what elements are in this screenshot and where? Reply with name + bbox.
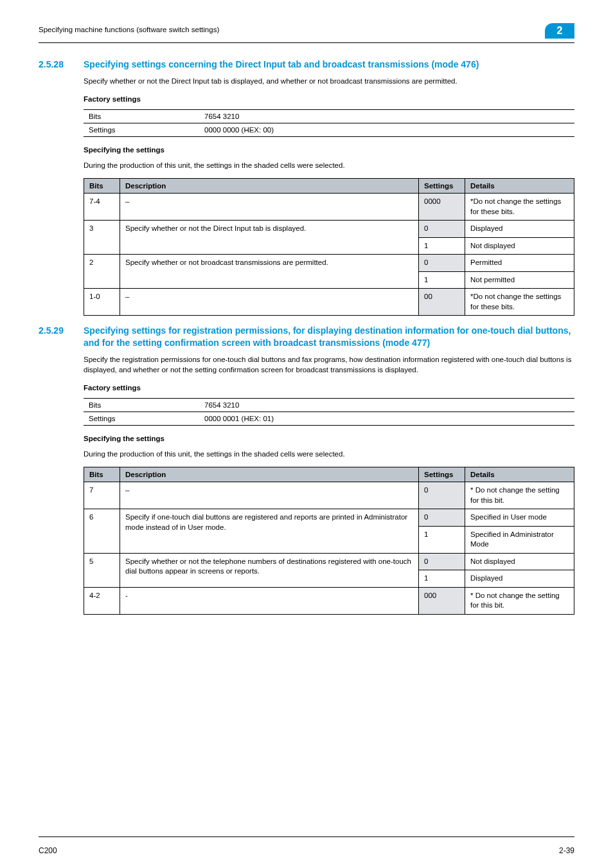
cell-settings: 1 (419, 237, 465, 255)
running-title: Specifying machine functions (software s… (39, 26, 219, 33)
cell-settings: 1 (419, 526, 465, 553)
section-heading: 2.5.29 Specifying settings for registrat… (39, 325, 574, 349)
page-container: Specifying machine functions (software s… (0, 0, 613, 868)
cell-value: 7654 3210 (199, 109, 574, 123)
cell-bits: 5 (84, 553, 120, 587)
section-heading: 2.5.28 Specifying settings concerning th… (39, 59, 574, 71)
table-row: Settings 0000 0001 (HEX: 01) (84, 412, 574, 426)
table-row: 2 Specify whether or not broadcast trans… (84, 255, 574, 272)
header-rule (39, 42, 574, 43)
cell-bits: 7-4 (84, 194, 120, 221)
footer-left: C200 (39, 846, 57, 855)
page-footer: C200 2-39 (39, 846, 574, 855)
cell-bits: 6 (84, 509, 120, 554)
spec-settings-heading: Specifying the settings (84, 146, 574, 154)
table-row: 7-4 – 0000 *Do not change the settings f… (84, 194, 574, 221)
table-row: 7 – 0 * Do not change the setting for th… (84, 482, 574, 509)
intro-paragraph: Specify the registration permissions for… (84, 354, 574, 375)
table-header-row: Bits Description Settings Details (84, 467, 574, 482)
col-description: Description (120, 179, 419, 194)
cell-details: *Do not change the settings for these bi… (465, 194, 574, 221)
spec-settings-heading: Specifying the settings (84, 435, 574, 442)
cell-details: Not displayed (465, 553, 574, 570)
footer-rule (39, 836, 574, 837)
cell-bits: 2 (84, 255, 120, 289)
section-title: Specifying settings concerning the Direc… (84, 59, 574, 71)
cell-settings: 0 (419, 482, 465, 509)
cell-desc: – (120, 289, 419, 316)
cell-desc: Specify whether or not broadcast transmi… (120, 255, 419, 289)
cell-value: 7654 3210 (199, 399, 574, 412)
col-details: Details (465, 179, 574, 194)
col-bits: Bits (84, 467, 120, 482)
cell-details: Displayed (465, 221, 574, 238)
section-number: 2.5.29 (39, 325, 84, 336)
cell-details: Not permitted (465, 271, 574, 289)
table-row: 6 Specify if one-touch dial buttons are … (84, 509, 574, 527)
cell-desc: Specify whether or not the telephone num… (120, 553, 419, 587)
footer-right: 2-39 (559, 846, 574, 855)
col-bits: Bits (84, 179, 120, 194)
spec-table: Bits Description Settings Details 7-4 – … (84, 178, 574, 316)
spec-intro-paragraph: During the production of this unit, the … (84, 449, 574, 459)
cell-details: Not displayed (465, 237, 574, 255)
cell-details: Permitted (465, 255, 574, 272)
factory-settings-heading: Factory settings (84, 95, 574, 103)
cell-value: 0000 0000 (HEX: 00) (199, 123, 574, 136)
col-settings: Settings (419, 179, 465, 194)
cell-settings: 0 (419, 509, 465, 527)
cell-details: Specified in User mode (465, 509, 574, 527)
col-details: Details (465, 467, 574, 482)
cell-settings: 1 (419, 271, 465, 289)
cell-bits: 1-0 (84, 289, 120, 316)
col-description: Description (120, 467, 419, 482)
cell-value: 0000 0001 (HEX: 01) (199, 412, 574, 426)
cell-details: Displayed (465, 570, 574, 588)
cell-bits: 4-2 (84, 587, 120, 614)
col-settings: Settings (419, 467, 465, 482)
spec-intro-paragraph: During the production of this unit, the … (84, 160, 574, 170)
cell-settings: 0 (419, 221, 465, 238)
cell-settings: 0000 (419, 194, 465, 221)
section-title: Specifying settings for registration per… (84, 325, 574, 349)
cell-details: * Do not change the setting for this bit… (465, 587, 574, 614)
cell-bits: 7 (84, 482, 120, 509)
running-header: Specifying machine functions (software s… (39, 26, 574, 39)
factory-settings-heading: Factory settings (84, 384, 574, 392)
cell-settings: 0 (419, 553, 465, 570)
cell-desc: Specify whether or not the Direct Input … (120, 221, 419, 255)
cell-desc: – (120, 194, 419, 221)
section-number: 2.5.28 (39, 59, 84, 69)
cell-key: Settings (84, 123, 199, 136)
cell-settings: 0 (419, 255, 465, 272)
cell-settings: 1 (419, 570, 465, 588)
cell-bits: 3 (84, 221, 120, 255)
cell-key: Bits (84, 109, 199, 123)
table-row: 4-2 - 000 * Do not change the setting fo… (84, 587, 574, 614)
section-body: Specify whether or not the Direct Input … (84, 76, 574, 316)
table-header-row: Bits Description Settings Details (84, 179, 574, 194)
spec-table: Bits Description Settings Details 7 – 0 … (84, 467, 574, 615)
cell-settings: 00 (419, 289, 465, 316)
cell-details: *Do not change the settings for these bi… (465, 289, 574, 316)
cell-desc: – (120, 482, 419, 509)
table-row: 5 Specify whether or not the telephone n… (84, 553, 574, 570)
table-row: 3 Specify whether or not the Direct Inpu… (84, 221, 574, 238)
intro-paragraph: Specify whether or not the Direct Input … (84, 76, 574, 86)
factory-settings-table: Bits 7654 3210 Settings 0000 0000 (HEX: … (84, 109, 574, 137)
cell-details: Specified in Administrator Mode (465, 526, 574, 553)
section-body: Specify the registration permissions for… (84, 354, 574, 615)
cell-key: Settings (84, 412, 199, 426)
cell-details: * Do not change the setting for this bit… (465, 482, 574, 509)
table-row: 1-0 – 00 *Do not change the settings for… (84, 289, 574, 316)
chapter-number-badge: 2 (545, 23, 574, 39)
table-row: Bits 7654 3210 (84, 399, 574, 412)
cell-settings: 000 (419, 587, 465, 614)
cell-desc: - (120, 587, 419, 614)
table-row: Bits 7654 3210 (84, 109, 574, 123)
factory-settings-table: Bits 7654 3210 Settings 0000 0001 (HEX: … (84, 398, 574, 426)
cell-desc: Specify if one-touch dial buttons are re… (120, 509, 419, 554)
cell-key: Bits (84, 399, 199, 412)
table-row: Settings 0000 0000 (HEX: 00) (84, 123, 574, 136)
